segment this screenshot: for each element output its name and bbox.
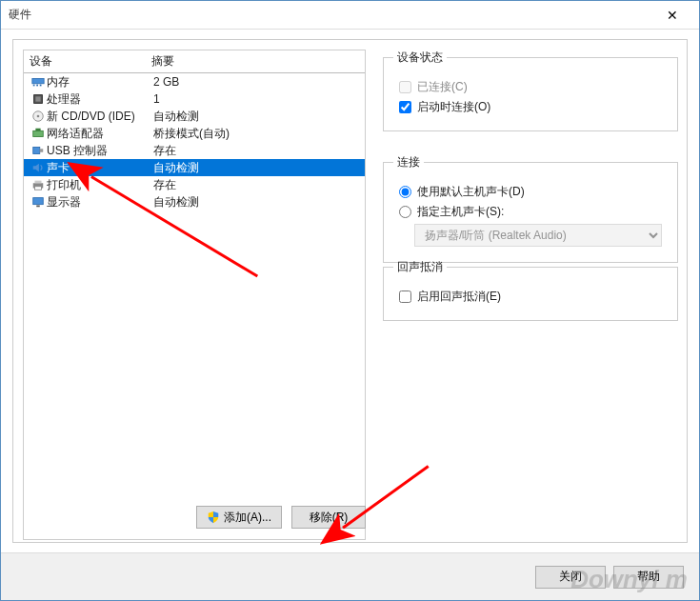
usb-icon bbox=[30, 144, 47, 157]
boot-connect-label: 启动时连接(O) bbox=[417, 99, 490, 115]
cd-icon bbox=[30, 110, 47, 123]
printer-icon bbox=[30, 178, 47, 191]
svg-rect-5 bbox=[35, 96, 40, 101]
shield-icon bbox=[207, 511, 220, 524]
device-summary: 自动检测 bbox=[151, 109, 359, 125]
connected-checkbox bbox=[399, 81, 411, 93]
echo-enable-label: 启用回声抵消(E) bbox=[417, 289, 501, 305]
boot-connect-checkbox[interactable] bbox=[399, 101, 411, 113]
device-label: 网络适配器 bbox=[47, 126, 151, 142]
device-label: 内存 bbox=[47, 74, 151, 90]
memory-icon bbox=[30, 75, 47, 89]
svg-rect-15 bbox=[33, 198, 44, 205]
remove-button[interactable]: 移除(R) bbox=[291, 506, 366, 529]
svg-rect-1 bbox=[33, 85, 35, 87]
soundcard-select: 扬声器/听筒 (Realtek Audio) bbox=[414, 224, 662, 247]
device-row[interactable]: 显示器自动检测 bbox=[24, 193, 365, 210]
svg-rect-2 bbox=[36, 85, 38, 87]
device-rows-container: 内存2 GB处理器1新 CD/DVD (IDE)自动检测网络适配器桥接模式(自动… bbox=[24, 73, 365, 210]
svg-rect-14 bbox=[35, 187, 42, 190]
device-buttons-row: 添加(A)... 移除(R) bbox=[23, 506, 366, 529]
device-row[interactable]: 声卡自动检测 bbox=[24, 159, 365, 176]
device-header-summary: 摘要 bbox=[151, 53, 359, 70]
device-list-header: 设备 摘要 bbox=[24, 50, 365, 73]
device-label: 打印机 bbox=[47, 177, 151, 193]
echo-cancel-legend: 回声抵消 bbox=[393, 259, 447, 275]
echo-enable-row[interactable]: 启用回声抵消(E) bbox=[399, 289, 668, 305]
connection-group: 连接 使用默认主机声卡(D) 指定主机声卡(S): 扬声器/听筒 (Realte… bbox=[383, 154, 678, 263]
svg-rect-0 bbox=[32, 79, 44, 84]
specify-soundcard-label: 指定主机声卡(S): bbox=[417, 204, 504, 220]
sound-icon bbox=[30, 161, 47, 174]
add-button[interactable]: 添加(A)... bbox=[196, 506, 282, 529]
close-icon[interactable]: ✕ bbox=[653, 2, 691, 29]
cpu-icon bbox=[30, 92, 47, 106]
specify-soundcard-radio-row[interactable]: 指定主机声卡(S): bbox=[399, 204, 668, 220]
connected-label: 已连接(C) bbox=[417, 79, 468, 95]
device-header-device: 设备 bbox=[30, 53, 151, 70]
remove-button-label: 移除(R) bbox=[310, 510, 349, 526]
connected-checkbox-row: 已连接(C) bbox=[399, 79, 668, 95]
echo-cancel-group: 回声抵消 启用回声抵消(E) bbox=[383, 259, 678, 321]
add-button-label: 添加(A)... bbox=[224, 510, 271, 526]
device-label: 声卡 bbox=[47, 160, 151, 176]
close-button[interactable]: 关闭 bbox=[535, 566, 606, 589]
device-row[interactable]: 网络适配器桥接模式(自动) bbox=[24, 125, 365, 142]
help-button-label: 帮助 bbox=[637, 569, 660, 585]
device-summary: 2 GB bbox=[151, 75, 359, 89]
svg-point-7 bbox=[37, 115, 40, 118]
device-row[interactable]: USB 控制器存在 bbox=[24, 142, 365, 159]
device-summary: 存在 bbox=[151, 143, 359, 159]
device-label: 新 CD/DVD (IDE) bbox=[47, 109, 151, 125]
svg-rect-8 bbox=[33, 130, 44, 136]
inner-panel: 设备 摘要 内存2 GB处理器1新 CD/DVD (IDE)自动检测网络适配器桥… bbox=[12, 39, 688, 543]
default-soundcard-radio[interactable] bbox=[399, 186, 411, 198]
boot-connect-checkbox-row[interactable]: 启动时连接(O) bbox=[399, 99, 668, 115]
window-title: 硬件 bbox=[9, 7, 653, 23]
device-summary: 自动检测 bbox=[151, 160, 359, 176]
svg-rect-9 bbox=[35, 129, 40, 131]
device-row[interactable]: 内存2 GB bbox=[24, 73, 365, 90]
svg-rect-13 bbox=[35, 181, 42, 184]
device-row[interactable]: 新 CD/DVD (IDE)自动检测 bbox=[24, 108, 365, 125]
close-button-label: 关闭 bbox=[559, 569, 582, 585]
display-icon bbox=[30, 195, 47, 209]
default-soundcard-label: 使用默认主机声卡(D) bbox=[417, 184, 525, 200]
device-summary: 自动检测 bbox=[151, 194, 359, 210]
svg-rect-11 bbox=[40, 149, 44, 152]
device-status-legend: 设备状态 bbox=[393, 50, 447, 66]
help-button[interactable]: 帮助 bbox=[613, 566, 684, 589]
device-summary: 桥接模式(自动) bbox=[151, 126, 359, 142]
device-row[interactable]: 处理器1 bbox=[24, 90, 365, 108]
default-soundcard-radio-row[interactable]: 使用默认主机声卡(D) bbox=[399, 184, 668, 200]
device-list-panel: 设备 摘要 内存2 GB处理器1新 CD/DVD (IDE)自动检测网络适配器桥… bbox=[23, 50, 366, 540]
device-label: USB 控制器 bbox=[47, 143, 151, 159]
device-row[interactable]: 打印机存在 bbox=[24, 176, 365, 193]
device-label: 处理器 bbox=[47, 91, 151, 108]
dialog-bottom-bar: 关闭 帮助 bbox=[1, 552, 699, 600]
titlebar: 硬件 ✕ bbox=[1, 1, 699, 30]
svg-rect-10 bbox=[33, 148, 40, 154]
echo-enable-checkbox[interactable] bbox=[399, 290, 411, 303]
svg-rect-3 bbox=[40, 85, 42, 87]
svg-rect-16 bbox=[36, 206, 40, 208]
specify-soundcard-radio[interactable] bbox=[399, 206, 411, 218]
net-icon bbox=[30, 127, 47, 140]
connection-legend: 连接 bbox=[393, 154, 424, 170]
device-summary: 存在 bbox=[151, 177, 359, 193]
device-summary: 1 bbox=[151, 92, 359, 106]
device-status-group: 设备状态 已连接(C) 启动时连接(O) bbox=[383, 50, 678, 131]
content-area: 设备 摘要 内存2 GB处理器1新 CD/DVD (IDE)自动检测网络适配器桥… bbox=[1, 30, 699, 552]
device-label: 显示器 bbox=[47, 194, 151, 210]
